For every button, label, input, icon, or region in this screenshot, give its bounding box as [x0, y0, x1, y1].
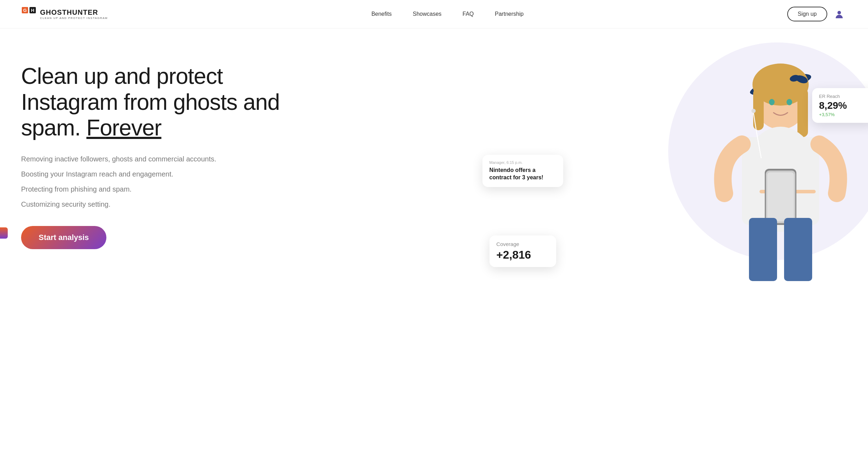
svg-point-20: [769, 99, 775, 105]
er-reach-card: ER Reach 8,29% +3,57%: [812, 88, 868, 123]
start-analysis-button[interactable]: Start analysis: [21, 226, 106, 249]
svg-point-22: [751, 109, 756, 113]
logo-title: GHOSTHUNTER: [40, 8, 108, 16]
heading-forever: Forever: [86, 115, 162, 140]
heading-line3-prefix: spam.: [21, 115, 86, 140]
nav-showcases[interactable]: Showcases: [413, 11, 441, 17]
user-icon: [834, 9, 844, 19]
bullet-1: Removing inactive followers, ghosts and …: [21, 155, 475, 163]
logo-subtitle: CLEAN UP AND PROTECT INSTAGRAM: [40, 16, 108, 20]
svg-point-21: [787, 99, 792, 105]
hero-section: Clean up and protect Instagram from ghos…: [0, 28, 868, 466]
bullet-4: Customizing security setting.: [21, 200, 475, 208]
svg-point-25: [796, 76, 801, 81]
person-svg: [696, 53, 865, 285]
svg-rect-10: [797, 88, 808, 137]
svg-point-5: [837, 11, 841, 14]
coverage-label: Coverage: [497, 241, 549, 247]
nav-faq[interactable]: FAQ: [462, 11, 474, 17]
hero-heading: Clean up and protect Instagram from ghos…: [21, 64, 475, 141]
coverage-card: Coverage +2,816: [489, 235, 556, 267]
bullet-3: Protecting from phishing and spam.: [21, 185, 475, 193]
nav-benefits[interactable]: Benefits: [371, 11, 392, 17]
svg-rect-18: [749, 218, 777, 281]
person-illustration: [696, 53, 865, 285]
hero-bullets: Removing inactive followers, ghosts and …: [21, 155, 475, 208]
hero-right: ER Reach 8,29% +3,57% Manager, 6:15 p.m.…: [475, 49, 868, 288]
msg-text: Nintendo offers a contract for 3 years!: [489, 167, 556, 181]
nav-actions: Sign up: [787, 6, 847, 22]
nav-partnership[interactable]: Partnership: [495, 11, 524, 17]
coverage-value: +2,816: [497, 248, 549, 261]
heading-line1: Clean up and protect: [21, 64, 223, 89]
hero-left: Clean up and protect Instagram from ghos…: [21, 49, 475, 249]
side-tab[interactable]: |: [0, 227, 8, 239]
logo-text: GHOSTHUNTER CLEAN UP AND PROTECT INSTAGR…: [40, 8, 108, 20]
heading-line2: Instagram from ghosts and: [21, 89, 280, 115]
svg-rect-17: [767, 172, 794, 221]
message-card: Manager, 6:15 p.m. Nintendo offers a con…: [482, 155, 563, 187]
svg-text:H: H: [31, 8, 34, 13]
er-change: +3,57%: [819, 112, 868, 117]
msg-sender: Manager, 6:15 p.m.: [489, 160, 556, 165]
nav-links: Benefits Showcases FAQ Partnership: [371, 11, 524, 17]
user-icon-button[interactable]: [831, 6, 847, 22]
svg-text:G: G: [23, 8, 27, 13]
logo[interactable]: G H GHOSTHUNTER CLEAN UP AND PROTECT INS…: [21, 6, 108, 22]
logo-icon: G H: [21, 6, 37, 22]
er-label: ER Reach: [819, 94, 868, 99]
navbar: G H GHOSTHUNTER CLEAN UP AND PROTECT INS…: [0, 0, 868, 28]
svg-rect-19: [784, 218, 812, 281]
signup-button[interactable]: Sign up: [787, 7, 827, 21]
er-value: 8,29%: [819, 100, 868, 111]
bullet-2: Boosting your Instagram reach and engage…: [21, 170, 475, 178]
